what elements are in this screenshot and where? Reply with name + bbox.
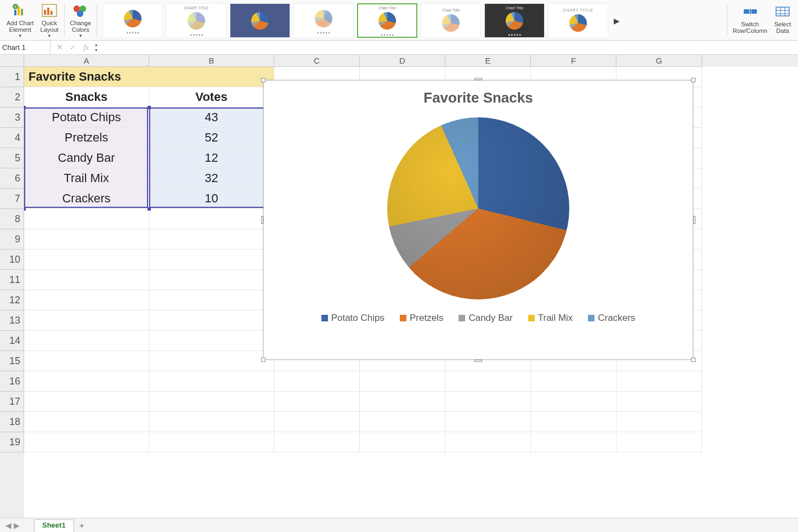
sheet-nav-next-icon[interactable]: ▶ (14, 521, 20, 530)
pie-plot-area[interactable] (387, 117, 569, 299)
quick-layout-button[interactable]: QuickLayout ▼ (37, 2, 62, 39)
cell[interactable]: 32 (149, 168, 274, 189)
column-header[interactable]: B (149, 55, 274, 67)
chart-style-thumb[interactable]: CHART TITLE (548, 3, 608, 38)
cell[interactable] (24, 331, 149, 351)
cell[interactable] (274, 432, 360, 452)
chart-style-thumb[interactable]: Chart Title ■ ■ ■ ■ ■ (484, 3, 545, 38)
chart-legend[interactable]: Potato ChipsPretzelsCandy BarTrail MixCr… (264, 313, 693, 324)
row-header[interactable]: 11 (0, 270, 24, 290)
select-all-corner[interactable] (0, 55, 24, 67)
row-header[interactable]: 15 (0, 351, 24, 371)
gallery-next-icon[interactable]: ▶ (612, 3, 621, 38)
row-header[interactable]: 19 (0, 432, 24, 452)
select-data-button[interactable]: SelectData (771, 2, 795, 39)
resize-handle[interactable] (261, 216, 263, 224)
formula-input[interactable] (95, 41, 798, 54)
row-header[interactable]: 16 (0, 371, 24, 392)
cell[interactable] (149, 209, 274, 229)
resize-handle[interactable] (474, 78, 482, 80)
fx-icon[interactable]: fx (82, 43, 90, 52)
row-header[interactable]: 3 (0, 107, 24, 128)
row-header[interactable]: 1 (0, 67, 24, 87)
row-header[interactable]: 8 (0, 209, 24, 229)
chart-style-thumb-selected[interactable]: Chart Title ■ ■ ■ ■ ■ (357, 3, 417, 38)
cell[interactable] (149, 371, 274, 392)
cell[interactable] (149, 250, 274, 270)
cell[interactable] (24, 371, 149, 392)
chart-object[interactable]: Favorite Snacks Potato ChipsPretzelsCand… (263, 80, 693, 360)
cell[interactable] (445, 412, 531, 432)
cell[interactable] (616, 371, 702, 392)
spreadsheet-grid[interactable]: ABCDEFG 12345678910111213141516171819 Fa… (0, 55, 798, 518)
cell[interactable] (149, 270, 274, 290)
confirm-icon[interactable]: ✓ (69, 43, 77, 52)
legend-item[interactable]: Potato Chips (321, 313, 384, 324)
row-header[interactable]: 14 (0, 331, 24, 351)
row-header[interactable]: 5 (0, 148, 24, 168)
row-header[interactable]: 17 (0, 392, 24, 412)
cell[interactable]: Pretzels (24, 128, 149, 148)
cell[interactable] (149, 310, 274, 331)
add-sheet-button[interactable]: + (80, 520, 84, 530)
chart-style-thumb[interactable] (230, 3, 290, 38)
legend-item[interactable]: Pretzels (400, 313, 443, 324)
sheet-tab-active[interactable]: Sheet1 (34, 519, 74, 533)
cell[interactable]: Crackers (24, 189, 149, 209)
row-header[interactable]: 18 (0, 412, 24, 432)
cell[interactable] (24, 229, 149, 250)
chart-style-thumb[interactable]: ■ ■ ■ ■ ■ (103, 3, 163, 38)
column-header[interactable]: A (24, 55, 149, 67)
cell[interactable] (24, 351, 149, 371)
cell[interactable] (149, 331, 274, 351)
chart-style-thumb[interactable]: CHART TITLE ■ ■ ■ ■ ■ (166, 3, 227, 38)
resize-handle[interactable] (474, 360, 482, 362)
column-header[interactable]: D (360, 55, 445, 67)
cell[interactable] (149, 229, 274, 250)
cancel-icon[interactable]: ✕ (56, 43, 64, 52)
row-header[interactable]: 2 (0, 87, 24, 107)
column-header[interactable]: F (531, 55, 616, 67)
legend-item[interactable]: Crackers (588, 313, 635, 324)
cell[interactable] (24, 432, 149, 452)
cell[interactable] (531, 432, 616, 452)
change-colors-button[interactable]: ChangeColors ▼ (67, 2, 95, 39)
cell[interactable]: Potato Chips (24, 107, 149, 128)
legend-item[interactable]: Candy Bar (459, 313, 512, 324)
row-header[interactable]: 7 (0, 189, 24, 209)
resize-handle[interactable] (261, 358, 265, 362)
cell[interactable] (531, 412, 616, 432)
cell[interactable] (616, 392, 702, 412)
cell[interactable] (24, 412, 149, 432)
resize-handle[interactable] (693, 216, 695, 224)
cell[interactable]: 10 (149, 189, 274, 209)
cell[interactable]: Snacks (24, 87, 149, 107)
cell[interactable]: Trail Mix (24, 168, 149, 189)
chart-title[interactable]: Favorite Snacks (264, 89, 693, 106)
cell[interactable] (274, 392, 360, 412)
resize-handle[interactable] (691, 78, 695, 82)
cell[interactable]: Favorite Snacks (24, 67, 274, 87)
cell[interactable] (445, 392, 531, 412)
row-header[interactable]: 12 (0, 290, 24, 310)
cell[interactable] (24, 250, 149, 270)
cell[interactable] (360, 371, 445, 392)
column-header[interactable]: C (274, 55, 360, 67)
cell[interactable] (445, 432, 531, 452)
chart-style-thumb[interactable]: Chart Title (421, 3, 481, 38)
cell[interactable] (149, 290, 274, 310)
cell[interactable] (531, 392, 616, 412)
cell[interactable] (360, 392, 445, 412)
legend-item[interactable]: Trail Mix (528, 313, 573, 324)
cell[interactable] (149, 351, 274, 371)
row-header[interactable]: 10 (0, 250, 24, 270)
resize-handle[interactable] (261, 78, 265, 82)
row-header[interactable]: 9 (0, 229, 24, 250)
cell[interactable] (274, 412, 360, 432)
sheet-nav-prev-icon[interactable]: ◀ (5, 521, 12, 530)
add-chart-element-button[interactable]: + Add ChartElement ▼ (3, 2, 37, 39)
cell[interactable] (24, 209, 149, 229)
row-header[interactable]: 13 (0, 310, 24, 331)
cell[interactable] (445, 371, 531, 392)
cell[interactable] (616, 432, 702, 452)
